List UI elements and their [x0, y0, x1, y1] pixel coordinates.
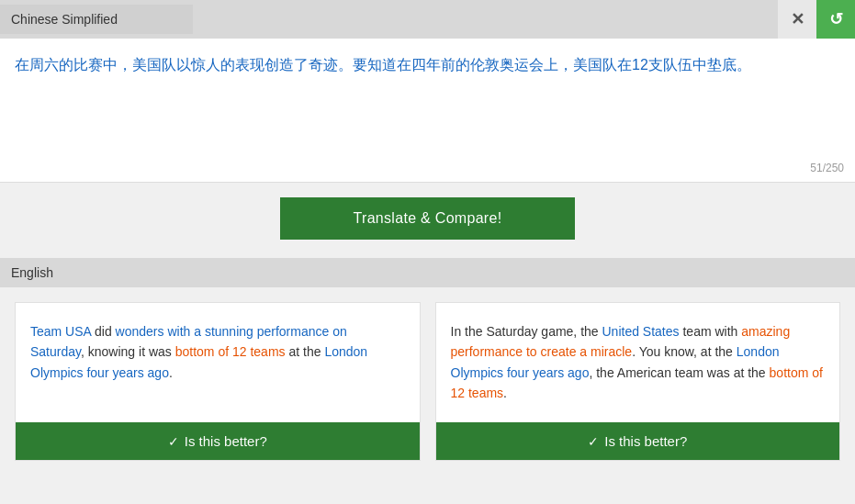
close-button[interactable]: ✕	[778, 0, 816, 39]
result-text-segment: .	[169, 365, 173, 380]
target-lang-header: English	[0, 258, 855, 287]
app-container: Chinese Simplified ✕ ↺ 在周六的比赛中，美国队以惊人的表现…	[0, 0, 855, 476]
source-language-label: Chinese Simplified	[0, 5, 193, 34]
result-text-segment: United States	[602, 324, 680, 339]
checkmark-icon-left: ✓	[168, 434, 179, 449]
close-icon: ✕	[791, 9, 804, 29]
target-language-label: English	[11, 265, 204, 280]
source-header-buttons: ✕ ↺	[778, 0, 855, 39]
result-text-segment: team with	[680, 324, 742, 339]
result-text-right: In the Saturday game, the United States …	[436, 303, 840, 422]
is-better-button-right[interactable]: ✓ Is this better?	[436, 422, 840, 460]
source-textarea-wrapper: 在周六的比赛中，美国队以惊人的表现创造了奇迹。要知道在四年前的伦敦奥运会上，美国…	[0, 39, 855, 182]
source-textarea[interactable]: 在周六的比赛中，美国队以惊人的表现创造了奇迹。要知道在四年前的伦敦奥运会上，美国…	[15, 53, 840, 163]
results-area: Team USA did wonders with a stunning per…	[0, 287, 855, 476]
result-text-segment: , the American team was at the	[589, 365, 769, 380]
translate-bar: Translate & Compare!	[0, 183, 855, 254]
reset-icon: ↺	[829, 9, 843, 29]
source-lang-header: Chinese Simplified ✕ ↺	[0, 0, 855, 39]
source-section: Chinese Simplified ✕ ↺ 在周六的比赛中，美国队以惊人的表现…	[0, 0, 855, 183]
checkmark-icon-right: ✓	[588, 434, 599, 449]
reset-button[interactable]: ↺	[816, 0, 855, 39]
char-count: 51/250	[810, 162, 844, 174]
target-section: English	[0, 258, 855, 287]
result-text-segment: did	[95, 324, 116, 339]
result-card-left: Team USA did wonders with a stunning per…	[15, 302, 421, 461]
result-card-right: In the Saturday game, the United States …	[435, 302, 841, 461]
translate-button[interactable]: Translate & Compare!	[280, 197, 576, 240]
result-text-segment: In the Saturday game, the	[451, 324, 602, 339]
result-text-segment: .	[503, 386, 507, 400]
result-text-segment: . You know, at the	[632, 344, 737, 359]
is-better-label-right: Is this better?	[604, 433, 687, 449]
result-text-segment: bottom of 12 teams	[175, 344, 286, 359]
is-better-label-left: Is this better?	[185, 433, 267, 449]
results-grid: Team USA did wonders with a stunning per…	[15, 302, 840, 461]
result-text-segment: Team USA	[30, 324, 95, 339]
is-better-button-left[interactable]: ✓ Is this better?	[16, 422, 420, 460]
result-text-segment: at the	[286, 344, 325, 359]
result-text-left: Team USA did wonders with a stunning per…	[16, 303, 420, 422]
result-text-segment: , knowing it was	[81, 344, 175, 359]
